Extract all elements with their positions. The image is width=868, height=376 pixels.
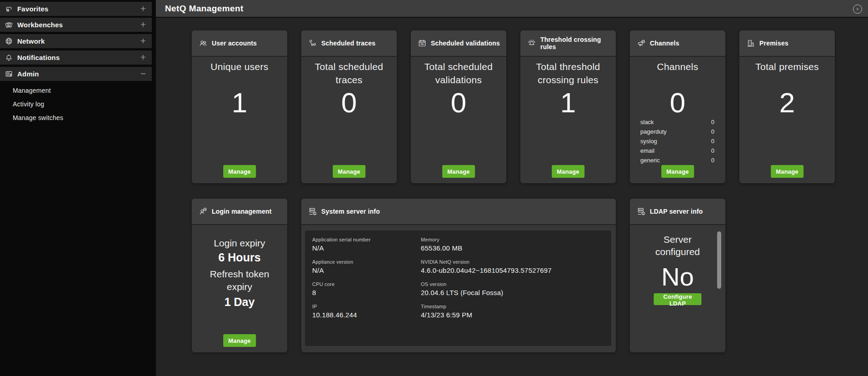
channel-label: generic <box>640 157 660 164</box>
field-os-version: OS version 20.04.6 LTS (Focal Fossa) <box>421 281 611 304</box>
card-header: Login management <box>192 199 287 225</box>
card-header: LDAP server info <box>630 199 725 225</box>
channel-label: syslog <box>640 138 657 145</box>
channel-label: slack <box>640 119 654 125</box>
collapse-minus-icon[interactable]: − <box>139 68 148 79</box>
card-scheduled-validations: Scheduled validations Total scheduled va… <box>411 30 506 183</box>
card-header: System server info <box>301 199 616 225</box>
card-title: Scheduled validations <box>431 40 500 47</box>
card-subtitle: Channels <box>634 60 721 73</box>
server-info-icon <box>637 207 646 216</box>
alarm-bell-icon <box>527 39 536 48</box>
card-system-server-info: System server info Application serial nu… <box>301 199 616 352</box>
user-clock-icon <box>199 207 208 216</box>
field-value: 65536.00 MB <box>421 244 611 252</box>
field-value: N/A <box>312 244 421 252</box>
sidebar-item-label: Workbenches <box>17 21 63 29</box>
card-subtitle: Total scheduled traces <box>306 60 392 86</box>
manage-button[interactable]: Manage <box>771 165 803 178</box>
manage-button[interactable]: Manage <box>333 165 365 178</box>
field-label: OS version <box>421 281 611 287</box>
manage-button[interactable]: Manage <box>552 165 584 178</box>
field-label: Memory <box>421 237 611 243</box>
sidebar-item-label: Admin <box>17 70 39 78</box>
field-value: 6 Hours <box>192 250 287 265</box>
sidebar-item-favorites[interactable]: Favorites + <box>0 2 152 16</box>
page-header: NetQ Management <box>156 0 868 18</box>
card-title: Login management <box>212 208 272 215</box>
channel-row: generic 0 <box>630 155 725 165</box>
card-value: 0 <box>630 89 725 117</box>
sidebar-item-label: Favorites <box>17 5 49 13</box>
field-cpu-core: CPU core 8 <box>312 281 421 304</box>
calendar-pulse-icon <box>418 39 427 48</box>
field-label: Application serial number <box>312 237 421 243</box>
sidebar-subitem-manage-switches[interactable]: Manage switches <box>13 114 63 121</box>
channel-count: 0 <box>711 119 714 125</box>
trace-route-icon <box>308 39 317 48</box>
card-subtitle: Total premises <box>744 60 830 73</box>
card-title: LDAP server info <box>650 208 703 215</box>
channel-list: slack 0 pagerduty 0 syslog 0 email 0 gen… <box>630 117 725 165</box>
card-channels: Channels Channels 0 slack 0 pagerduty 0 … <box>630 30 725 183</box>
card-user-accounts: User accounts Unique users 1 Manage <box>192 30 287 183</box>
sidebar: Favorites + Workbenches + Network + Noti… <box>0 0 152 376</box>
card-title: User accounts <box>212 40 257 47</box>
channel-label: pagerduty <box>640 128 667 135</box>
card-header: Channels <box>630 30 725 57</box>
expand-plus-icon[interactable]: + <box>139 19 148 30</box>
field-value: N/A <box>312 266 421 275</box>
channel-row: slack 0 <box>630 117 725 127</box>
expand-plus-icon[interactable]: + <box>139 3 148 14</box>
card-ldap-server-info: LDAP server info Server configured No Co… <box>630 199 725 352</box>
channel-row: pagerduty 0 <box>630 127 725 136</box>
card-scheduled-traces: Scheduled traces Total scheduled traces … <box>301 30 397 183</box>
sidebar-item-label: Notifications <box>17 54 60 61</box>
manage-button[interactable]: Manage <box>223 165 256 178</box>
sidebar-item-notifications[interactable]: Notifications + <box>0 50 152 65</box>
card-header: Premises <box>739 30 835 57</box>
card-title: System server info <box>321 208 380 215</box>
sidebar-item-workbenches[interactable]: Workbenches + <box>0 18 152 32</box>
expand-plus-icon[interactable]: + <box>139 52 148 63</box>
field-value: 4.6.0-ub20.04u42~1681054793.57527697 <box>421 266 611 275</box>
expand-plus-icon[interactable]: + <box>139 35 148 46</box>
field-label: Refresh token expiry <box>205 268 274 293</box>
card-header: User accounts <box>192 30 287 57</box>
manage-button[interactable]: Manage <box>442 165 475 178</box>
field-value: 8 <box>312 289 421 297</box>
megaphone-icon <box>637 39 646 48</box>
field-value: 10.188.46.244 <box>312 311 421 319</box>
card-value: 2 <box>739 89 835 117</box>
configure-ldap-button[interactable]: Configure LDAP <box>654 293 702 305</box>
channel-row: email 0 <box>630 146 725 155</box>
field-label: Timestamp <box>421 304 611 310</box>
server-info-panel: Application serial number N/A Memory 655… <box>305 231 611 346</box>
heart-check-icon <box>5 5 13 13</box>
manage-button[interactable]: Manage <box>223 334 256 347</box>
card-value: 0 <box>411 89 506 117</box>
sidebar-item-admin[interactable]: Admin − <box>0 67 152 81</box>
building-icon <box>746 39 755 48</box>
sidebar-subitem-activity-log[interactable]: Activity log <box>13 100 44 108</box>
scrollbar-thumb[interactable] <box>717 231 721 289</box>
field-label: CPU core <box>312 281 421 287</box>
sidebar-subitem-management[interactable]: Management <box>13 87 51 94</box>
channel-count: 0 <box>711 128 714 135</box>
field-value: 1 Day <box>192 294 287 310</box>
manage-button[interactable]: Manage <box>661 165 694 178</box>
users-icon <box>199 39 208 48</box>
field-appliance-version: Appliance version N/A <box>312 259 421 281</box>
channel-count: 0 <box>711 157 714 164</box>
channel-count: 0 <box>711 147 714 154</box>
sidebar-item-label: Network <box>17 37 45 45</box>
field-label: Appliance version <box>312 259 421 265</box>
card-login-management: Login management Login expiry 6 Hours Re… <box>192 199 287 352</box>
card-subtitle: Total scheduled validations <box>415 60 502 86</box>
card-title: Threshold crossing rules <box>540 36 609 50</box>
close-icon[interactable] <box>853 5 862 14</box>
card-subtitle: Total threshold crossing rules <box>525 60 611 86</box>
card-title: Premises <box>759 40 788 47</box>
card-value: 0 <box>301 89 397 117</box>
sidebar-item-network[interactable]: Network + <box>0 34 152 48</box>
